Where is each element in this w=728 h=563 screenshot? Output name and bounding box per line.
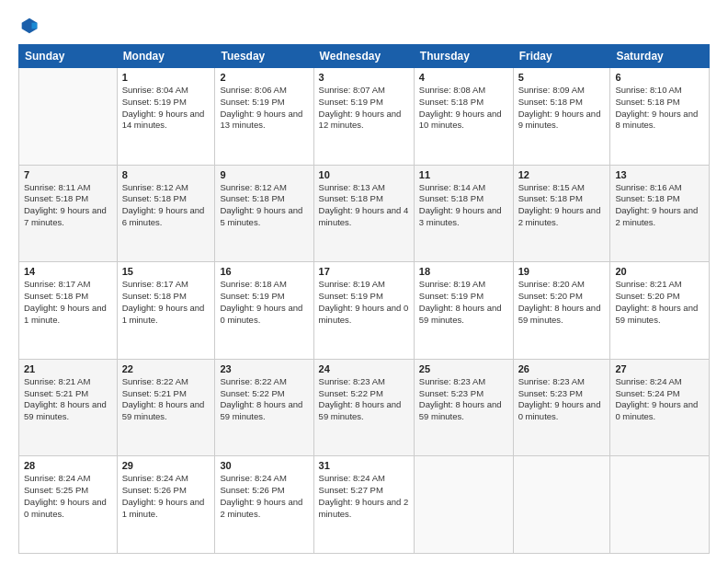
calendar-cell: 13Sunrise: 8:16 AMSunset: 5:18 PMDayligh… — [610, 165, 710, 262]
day-info: Sunrise: 8:07 AMSunset: 5:19 PMDaylight:… — [319, 85, 409, 132]
calendar-cell: 15Sunrise: 8:17 AMSunset: 5:18 PMDayligh… — [117, 262, 215, 360]
day-number: 4 — [419, 72, 508, 83]
column-header-monday: Monday — [117, 45, 215, 68]
calendar-cell: 5Sunrise: 8:09 AMSunset: 5:18 PMDaylight… — [513, 68, 610, 166]
calendar-cell: 10Sunrise: 8:13 AMSunset: 5:18 PMDayligh… — [313, 165, 414, 262]
calendar-cell: 28Sunrise: 8:24 AMSunset: 5:25 PMDayligh… — [19, 456, 118, 554]
day-info: Sunrise: 8:24 AMSunset: 5:24 PMDaylight:… — [615, 376, 704, 423]
day-info: Sunrise: 8:14 AMSunset: 5:18 PMDaylight:… — [419, 182, 508, 229]
day-info: Sunrise: 8:19 AMSunset: 5:19 PMDaylight:… — [319, 279, 409, 326]
day-number: 5 — [518, 72, 606, 83]
day-number: 19 — [518, 266, 606, 277]
calendar-cell: 6Sunrise: 8:10 AMSunset: 5:18 PMDaylight… — [610, 68, 710, 166]
calendar-cell: 29Sunrise: 8:24 AMSunset: 5:26 PMDayligh… — [117, 456, 215, 554]
calendar-cell: 20Sunrise: 8:21 AMSunset: 5:20 PMDayligh… — [610, 262, 710, 360]
calendar-cell: 3Sunrise: 8:07 AMSunset: 5:19 PMDaylight… — [313, 68, 414, 166]
day-number: 11 — [419, 169, 508, 180]
day-number: 15 — [122, 266, 210, 277]
day-number: 28 — [24, 460, 112, 471]
calendar-cell: 14Sunrise: 8:17 AMSunset: 5:18 PMDayligh… — [19, 262, 118, 360]
logo — [18, 17, 39, 35]
day-info: Sunrise: 8:18 AMSunset: 5:19 PMDaylight:… — [220, 279, 308, 326]
day-number: 22 — [122, 363, 210, 374]
calendar-cell — [414, 456, 513, 554]
day-number: 20 — [615, 266, 704, 277]
calendar-cell: 4Sunrise: 8:08 AMSunset: 5:18 PMDaylight… — [414, 68, 513, 166]
calendar-cell: 22Sunrise: 8:22 AMSunset: 5:21 PMDayligh… — [117, 359, 215, 456]
day-info: Sunrise: 8:20 AMSunset: 5:20 PMDaylight:… — [518, 279, 606, 326]
day-info: Sunrise: 8:09 AMSunset: 5:18 PMDaylight:… — [518, 85, 606, 132]
header-row: SundayMondayTuesdayWednesdayThursdayFrid… — [19, 45, 710, 68]
day-info: Sunrise: 8:23 AMSunset: 5:23 PMDaylight:… — [518, 376, 606, 423]
day-info: Sunrise: 8:21 AMSunset: 5:20 PMDaylight:… — [615, 279, 704, 326]
day-number: 25 — [419, 363, 508, 374]
day-number: 10 — [319, 169, 409, 180]
day-number: 2 — [220, 72, 308, 83]
calendar-cell: 27Sunrise: 8:24 AMSunset: 5:24 PMDayligh… — [610, 359, 710, 456]
day-info: Sunrise: 8:22 AMSunset: 5:22 PMDaylight:… — [220, 376, 308, 423]
day-info: Sunrise: 8:13 AMSunset: 5:18 PMDaylight:… — [319, 182, 409, 229]
day-number: 14 — [24, 266, 112, 277]
week-row-3: 21Sunrise: 8:21 AMSunset: 5:21 PMDayligh… — [19, 359, 710, 456]
day-info: Sunrise: 8:17 AMSunset: 5:18 PMDaylight:… — [122, 279, 210, 326]
day-info: Sunrise: 8:12 AMSunset: 5:18 PMDaylight:… — [220, 182, 308, 229]
day-number: 7 — [24, 169, 112, 180]
calendar-table: SundayMondayTuesdayWednesdayThursdayFrid… — [18, 44, 710, 554]
calendar-cell: 23Sunrise: 8:22 AMSunset: 5:22 PMDayligh… — [215, 359, 313, 456]
day-number: 9 — [220, 169, 308, 180]
day-number: 12 — [518, 169, 606, 180]
day-number: 24 — [319, 363, 409, 374]
day-number: 23 — [220, 363, 308, 374]
day-number: 29 — [122, 460, 210, 471]
day-number: 17 — [319, 266, 409, 277]
week-row-4: 28Sunrise: 8:24 AMSunset: 5:25 PMDayligh… — [19, 456, 710, 554]
calendar-cell: 24Sunrise: 8:23 AMSunset: 5:22 PMDayligh… — [313, 359, 414, 456]
day-info: Sunrise: 8:15 AMSunset: 5:18 PMDaylight:… — [518, 182, 606, 229]
column-header-wednesday: Wednesday — [313, 45, 414, 68]
calendar-cell: 1Sunrise: 8:04 AMSunset: 5:19 PMDaylight… — [117, 68, 215, 166]
day-info: Sunrise: 8:12 AMSunset: 5:18 PMDaylight:… — [122, 182, 210, 229]
day-info: Sunrise: 8:24 AMSunset: 5:27 PMDaylight:… — [319, 473, 409, 520]
calendar-cell: 31Sunrise: 8:24 AMSunset: 5:27 PMDayligh… — [313, 456, 414, 554]
day-info: Sunrise: 8:17 AMSunset: 5:18 PMDaylight:… — [24, 279, 112, 326]
calendar-cell: 7Sunrise: 8:11 AMSunset: 5:18 PMDaylight… — [19, 165, 118, 262]
calendar-cell: 9Sunrise: 8:12 AMSunset: 5:18 PMDaylight… — [215, 165, 313, 262]
week-row-2: 14Sunrise: 8:17 AMSunset: 5:18 PMDayligh… — [19, 262, 710, 360]
column-header-thursday: Thursday — [414, 45, 513, 68]
calendar-cell: 18Sunrise: 8:19 AMSunset: 5:19 PMDayligh… — [414, 262, 513, 360]
day-info: Sunrise: 8:22 AMSunset: 5:21 PMDaylight:… — [122, 376, 210, 423]
column-header-friday: Friday — [513, 45, 610, 68]
calendar-cell: 21Sunrise: 8:21 AMSunset: 5:21 PMDayligh… — [19, 359, 118, 456]
day-number: 26 — [518, 363, 606, 374]
calendar-cell — [610, 456, 710, 554]
week-row-0: 1Sunrise: 8:04 AMSunset: 5:19 PMDaylight… — [19, 68, 710, 166]
header — [18, 17, 710, 35]
page: SundayMondayTuesdayWednesdayThursdayFrid… — [0, 0, 728, 563]
calendar-cell — [513, 456, 610, 554]
day-number: 8 — [122, 169, 210, 180]
day-number: 13 — [615, 169, 704, 180]
calendar-cell: 8Sunrise: 8:12 AMSunset: 5:18 PMDaylight… — [117, 165, 215, 262]
day-info: Sunrise: 8:24 AMSunset: 5:25 PMDaylight:… — [24, 473, 112, 520]
week-row-1: 7Sunrise: 8:11 AMSunset: 5:18 PMDaylight… — [19, 165, 710, 262]
calendar-cell: 19Sunrise: 8:20 AMSunset: 5:20 PMDayligh… — [513, 262, 610, 360]
day-info: Sunrise: 8:21 AMSunset: 5:21 PMDaylight:… — [24, 376, 112, 423]
day-info: Sunrise: 8:06 AMSunset: 5:19 PMDaylight:… — [220, 85, 308, 132]
day-info: Sunrise: 8:11 AMSunset: 5:18 PMDaylight:… — [24, 182, 112, 229]
day-number: 16 — [220, 266, 308, 277]
day-info: Sunrise: 8:08 AMSunset: 5:18 PMDaylight:… — [419, 85, 508, 132]
day-number: 21 — [24, 363, 112, 374]
column-header-sunday: Sunday — [19, 45, 118, 68]
column-header-saturday: Saturday — [610, 45, 710, 68]
day-info: Sunrise: 8:23 AMSunset: 5:23 PMDaylight:… — [419, 376, 508, 423]
day-number: 18 — [419, 266, 508, 277]
calendar-cell: 11Sunrise: 8:14 AMSunset: 5:18 PMDayligh… — [414, 165, 513, 262]
day-info: Sunrise: 8:23 AMSunset: 5:22 PMDaylight:… — [319, 376, 409, 423]
day-info: Sunrise: 8:10 AMSunset: 5:18 PMDaylight:… — [615, 85, 704, 132]
day-number: 27 — [615, 363, 704, 374]
calendar-cell: 2Sunrise: 8:06 AMSunset: 5:19 PMDaylight… — [215, 68, 313, 166]
calendar-cell: 30Sunrise: 8:24 AMSunset: 5:26 PMDayligh… — [215, 456, 313, 554]
column-header-tuesday: Tuesday — [215, 45, 313, 68]
day-info: Sunrise: 8:24 AMSunset: 5:26 PMDaylight:… — [122, 473, 210, 520]
day-number: 3 — [319, 72, 409, 83]
